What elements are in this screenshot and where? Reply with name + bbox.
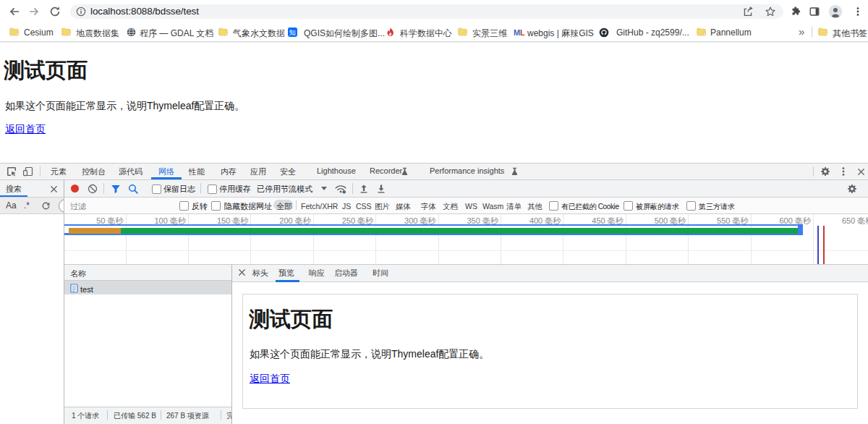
filter-toggle-icon[interactable] [111,185,121,194]
bookmarks-overflow-chevron[interactable]: » [799,25,804,38]
filter-type-Wasm[interactable]: Wasm [482,202,503,211]
overview-gridline [188,214,189,265]
filter-type-图片[interactable]: 图片 [375,202,390,212]
filter-type-CSS[interactable]: CSS [356,202,372,211]
blocked-requests-label[interactable]: 被屏蔽的请求 [636,202,679,212]
preview-link[interactable]: 返回首页 [250,373,290,386]
bookmark-star-icon[interactable] [765,6,776,17]
throttling-caret-icon[interactable] [321,187,327,190]
detail-tab-1[interactable]: 预览 [278,268,294,279]
folder-icon [818,27,827,36]
filter-type-清单[interactable]: 清单 [506,202,522,212]
filter-type-all[interactable]: 全部 [276,201,292,212]
devtools-tab-内存[interactable]: 内存 [221,166,237,177]
browser-menu-icon[interactable] [856,6,859,17]
requests-name-header[interactable]: 名称 [70,268,86,279]
disable-cache-checkbox[interactable] [208,185,217,194]
hide-data-urls-label[interactable]: 隐藏数据网址 [224,201,272,212]
status-resources: 267 B 项资源 [166,411,209,421]
overview-top-blue-line [64,224,803,226]
regex-toggle[interactable]: .* [24,200,30,211]
bookmark-label: 其他书签 [833,27,867,40]
overview-ruler-label: 650 毫秒 [842,216,868,226]
extensions-icon[interactable] [790,6,801,17]
devtools-menu-icon[interactable] [842,166,845,177]
devtools-close-icon[interactable] [857,168,865,176]
import-har-icon[interactable] [359,184,369,194]
url-text[interactable]: localhost:8088/bdsse/test [90,6,199,17]
devtools-sep [40,166,41,177]
devtools-tab-源代码[interactable]: 源代码 [119,166,142,177]
blocked-requests-checkbox[interactable] [624,201,633,211]
bookmark-label: 实景三维 [472,27,507,40]
filter-input[interactable]: 过滤 [70,201,86,212]
row2-sep1 [103,183,104,194]
filter-type-JS[interactable]: JS [342,202,351,211]
screenshot: localhost:8088/bdsse/test Cesium地震数据集程序 … [0,0,868,424]
devtools-tab-安全[interactable]: 安全 [280,166,296,177]
third-party-label[interactable]: 第三方请求 [699,202,735,212]
filter-type-字体[interactable]: 字体 [421,202,436,212]
overview-row-divider [64,250,868,251]
devtools-tab-lighthouse[interactable]: Lighthouse [317,166,356,175]
detail-tab-3[interactable]: 启动器 [334,268,358,279]
filter-type-媒体[interactable]: 媒体 [396,202,411,212]
disable-cache-label[interactable]: 停用缓存 [219,184,251,195]
invert-label[interactable]: 反转 [192,201,208,212]
side-panel-icon[interactable] [809,6,820,17]
search-pane-title[interactable]: 搜索 [6,184,22,195]
detail-tab-2[interactable]: 响应 [309,268,325,279]
search-pane-close-icon[interactable] [50,185,58,193]
profile-avatar[interactable] [828,4,843,19]
devtools-tab-网络[interactable]: 网络 [158,166,174,177]
third-party-checkbox[interactable] [686,201,696,211]
devtools-tab-性能[interactable]: 性能 [189,166,205,177]
page-link[interactable]: 返回首页 [5,122,46,136]
invert-checkbox[interactable] [179,201,189,211]
throttling-select[interactable]: 已停用节流模式 [257,184,312,195]
detail-tab-0[interactable]: 标头 [252,268,268,279]
request-row-selected[interactable]: test [64,281,231,294]
search-refresh-icon[interactable] [41,201,51,211]
hide-data-urls-checkbox[interactable] [211,201,221,211]
ml-icon: ML [514,28,525,37]
filter-type-WS[interactable]: WS [465,202,477,211]
devtools-tab-performance-insights[interactable]: Performance insights [430,166,504,175]
filter-type-Fetch/XHR[interactable]: Fetch/XHR [301,202,338,211]
request-name[interactable]: test [80,285,93,294]
reload-button[interactable] [49,6,61,17]
network-conditions-icon[interactable] [334,184,347,194]
blocked-cookies-checkbox[interactable] [549,201,558,211]
clear-network-log-icon[interactable] [88,184,98,194]
devtools-tab-应用[interactable]: 应用 [250,166,266,177]
overview-bottom-blue-line [64,233,803,234]
detail-tab-4[interactable]: 时间 [373,268,388,279]
devtools-settings-icon[interactable] [820,166,831,177]
export-har-icon[interactable] [376,184,386,194]
back-button[interactable] [9,6,20,17]
devtools-tab-元素[interactable]: 元素 [51,166,67,177]
blocked-cookies-label[interactable]: 有已拦截的 Cookie [561,202,619,212]
bookmarks-bar: Cesium地震数据集程序 — GDAL 文档气象水文数据知QGIS如何绘制多图… [0,22,868,41]
device-toolbar-icon[interactable] [22,166,33,177]
flame-icon [386,27,395,37]
preserve-log-checkbox[interactable] [152,185,161,194]
inspect-icon[interactable] [7,166,17,177]
detail-close-icon[interactable] [238,268,246,276]
load-marker-line [823,226,825,264]
network-settings-gear-icon[interactable] [846,183,858,195]
devtools-tab-recorder[interactable]: Recorder [370,166,402,175]
bookmark-label: Cesium [24,27,54,38]
filter-type-其他[interactable]: 其他 [527,202,542,212]
site-info-icon[interactable] [76,7,86,17]
record-button[interactable] [71,185,79,192]
share-icon[interactable] [742,6,754,17]
filter-type-文档[interactable]: 文档 [443,202,458,212]
search-input[interactable] [59,199,64,213]
preserve-log-label[interactable]: 保留日志 [163,184,195,195]
devtools: 元素控制台源代码网络性能内存应用安全LighthouseRecorderPerf… [0,163,868,424]
devtools-tab-控制台[interactable]: 控制台 [82,166,106,177]
forward-icon[interactable] [28,6,40,17]
match-case-toggle[interactable]: Aa [6,200,17,211]
network-search-icon[interactable] [128,184,138,194]
